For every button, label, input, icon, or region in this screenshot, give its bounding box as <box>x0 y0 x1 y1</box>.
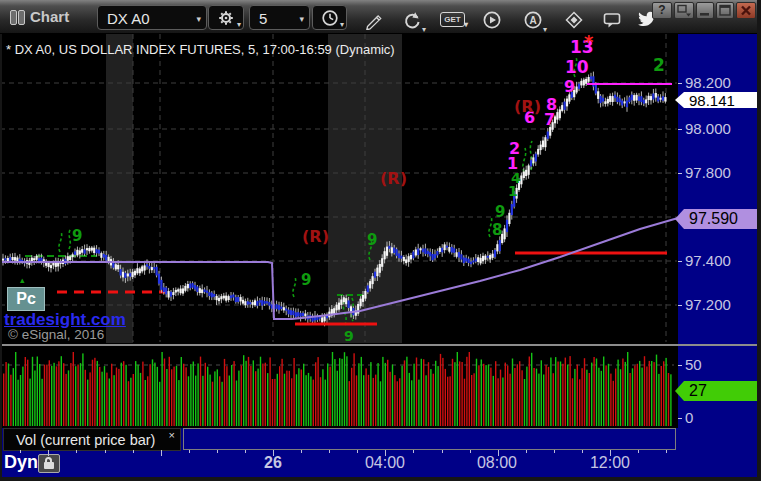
time-axis-panel: Vol (current price bar) × Dyn 2604:0008:… <box>0 428 757 477</box>
time-tick <box>582 450 583 453</box>
float-window-icon <box>675 3 693 18</box>
refresh-icon <box>402 10 422 30</box>
time-tick <box>133 450 134 453</box>
replay-button[interactable] <box>482 10 502 30</box>
gear-icon <box>216 8 236 28</box>
time-tick <box>666 450 667 453</box>
volume-study-label[interactable]: Vol (current price bar) × <box>3 428 181 451</box>
axis-inset-frame <box>183 428 676 450</box>
time-tick <box>301 450 302 453</box>
maximize-icon <box>717 3 733 18</box>
symbol-value: DX A0 <box>107 10 150 27</box>
maximize-button[interactable] <box>716 2 734 19</box>
time-axis-label: 04:00 <box>355 455 415 471</box>
interval-combobox[interactable]: 5 ▾ <box>249 5 310 30</box>
lock-icon[interactable] <box>38 454 60 473</box>
price-tick <box>678 173 682 174</box>
price-tick <box>678 261 682 262</box>
time-tick <box>470 450 471 453</box>
chart-title: * DX A0, US DOLLAR INDEX FUTURES, 5, 17:… <box>6 42 395 57</box>
help-button[interactable]: ? <box>652 2 672 19</box>
time-template-button[interactable]: ▾ <box>312 5 347 30</box>
chevron-down-icon: ▾ <box>237 20 241 29</box>
minimize-icon <box>697 3 713 18</box>
pencil-icon <box>364 10 384 30</box>
price-tick-label: 98.200 <box>685 75 731 90</box>
close-icon <box>737 3 755 18</box>
a-circle-icon: A <box>523 10 543 30</box>
notes-button[interactable] <box>602 10 622 30</box>
time-tick <box>526 450 527 453</box>
chart-canvas <box>0 0 761 481</box>
esignal-copyright: © eSignal, 2016 <box>8 327 104 342</box>
time-tick <box>76 450 77 453</box>
lock-body <box>44 462 54 469</box>
chevron-down-icon: ▾ <box>464 18 468 31</box>
pc-study-badge[interactable]: Pc <box>7 287 45 311</box>
get-label: GET <box>444 15 460 24</box>
close-button[interactable] <box>736 2 756 19</box>
close-study-icon[interactable]: × <box>169 429 175 441</box>
chevron-down-icon: ▾ <box>340 20 344 29</box>
reload-button[interactable]: ▾ <box>402 10 422 30</box>
interval-value: 5 <box>259 10 267 27</box>
chevron-down-icon: ▾ <box>422 25 426 34</box>
svg-text:A: A <box>529 15 536 26</box>
volume-tick-label: 0 <box>685 410 693 425</box>
question-icon: ? <box>653 3 671 18</box>
price-tick-label: 97.400 <box>685 253 731 268</box>
last-price-tag: 98.141 <box>675 92 757 108</box>
last-price-value: 98.141 <box>689 92 735 109</box>
time-tick <box>554 450 555 453</box>
time-tick <box>638 450 639 453</box>
ma-price-tag: 97.590 <box>675 209 757 229</box>
window-edge <box>0 477 761 481</box>
volume-tick <box>678 418 682 419</box>
settings-button[interactable]: ▾ <box>208 5 244 30</box>
alerts-button[interactable]: A ▾ <box>523 10 543 30</box>
chart-window: * DX A0, US DOLLAR INDEX FUTURES, 5, 17:… <box>0 0 761 481</box>
draw-pencil-button[interactable] <box>364 10 384 30</box>
pane-divider[interactable] <box>0 344 757 346</box>
time-tick <box>245 450 246 453</box>
time-tick <box>442 450 443 453</box>
volume-tick-label: 50 <box>685 357 702 372</box>
window-edge <box>0 33 2 477</box>
chevron-down-icon: ▾ <box>299 14 304 24</box>
minimize-button[interactable] <box>696 2 714 19</box>
get-data-button[interactable]: GET ▾ <box>440 12 465 27</box>
time-axis-label: 08:00 <box>467 455 527 471</box>
time-tick <box>217 450 218 453</box>
chevron-down-icon: ▾ <box>196 14 201 24</box>
symbol-combobox[interactable]: DX A0 ▾ <box>97 5 207 30</box>
time-tick <box>189 450 190 453</box>
time-axis-label: 12:00 <box>580 455 640 471</box>
clock-icon <box>320 8 340 28</box>
price-tick <box>678 83 682 84</box>
time-tick <box>20 450 21 453</box>
volume-tick <box>678 365 682 366</box>
dynamic-mode-button[interactable]: Dyn <box>4 452 38 473</box>
volume-bars <box>3 352 672 426</box>
time-tick <box>357 450 358 453</box>
time-tick <box>48 450 49 456</box>
price-axis[interactable]: 98.20098.00097.80097.40097.200 <box>678 33 757 344</box>
chevron-down-icon: ▾ <box>543 25 547 34</box>
window-title: Chart <box>30 8 69 25</box>
price-tick-label: 98.000 <box>685 121 731 136</box>
speech-bubble-icon <box>602 10 622 30</box>
diamond-icon <box>564 10 584 30</box>
time-tick <box>105 450 106 453</box>
volume-value-tag: 27 <box>675 381 757 401</box>
time-tick <box>413 450 414 453</box>
float-window-button[interactable] <box>674 2 694 19</box>
time-tick <box>161 450 162 456</box>
window-edge <box>757 0 761 481</box>
tools-button[interactable] <box>564 10 584 30</box>
volume-value: 27 <box>689 382 707 400</box>
price-tick <box>678 129 682 130</box>
chart-app-icon <box>10 9 26 24</box>
time-tick <box>329 450 330 453</box>
time-axis-label: 26 <box>243 455 303 471</box>
titlebar[interactable]: Chart DX A0 ▾ ▾ 5 ▾ ▾ <box>0 0 761 34</box>
